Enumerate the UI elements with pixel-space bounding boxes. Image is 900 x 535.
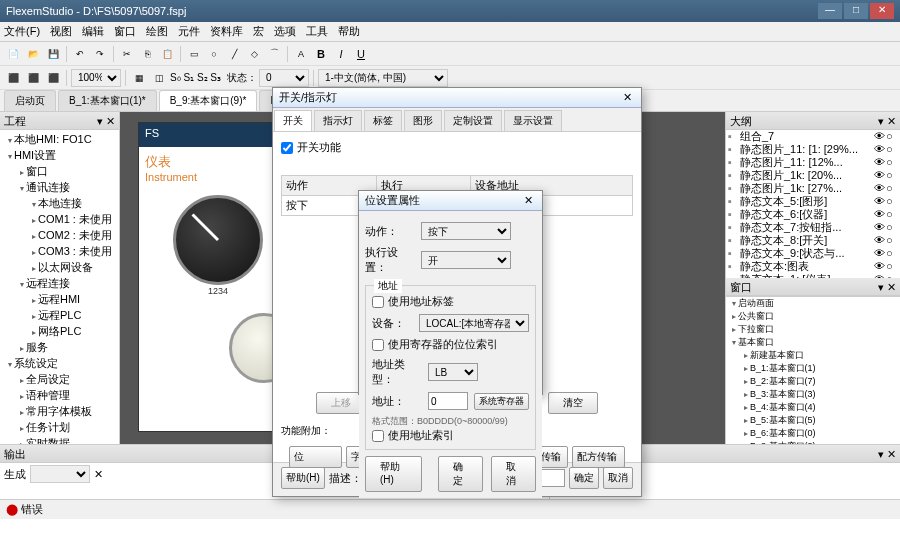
window-tree-item[interactable]: B_8:基本窗口(8) bbox=[726, 440, 900, 445]
clear-button[interactable]: 清空 bbox=[548, 392, 598, 414]
enable-switch-checkbox[interactable]: 开关功能 bbox=[281, 140, 633, 155]
dlg1-help-button[interactable]: 帮助(H) bbox=[281, 467, 325, 489]
outline-row[interactable]: ▪组合_7👁○ bbox=[726, 130, 900, 143]
minimize-button[interactable]: — bbox=[818, 3, 842, 19]
outline-row[interactable]: ▪静态文本_5:[图形]👁○ bbox=[726, 195, 900, 208]
tree-item[interactable]: COM1 : 未使用 bbox=[2, 212, 117, 228]
undo-icon[interactable]: ↶ bbox=[71, 45, 89, 63]
text-icon[interactable]: A bbox=[292, 45, 310, 63]
shape-arc-icon[interactable]: ⌒ bbox=[265, 45, 283, 63]
fn-recipe-button[interactable]: 配方传输 bbox=[572, 446, 625, 468]
menu-draw[interactable]: 绘图 bbox=[146, 24, 168, 39]
tree-item[interactable]: 语种管理 bbox=[2, 388, 117, 404]
generate-select[interactable] bbox=[30, 465, 90, 483]
panel-pin-icon[interactable]: ▾ ✕ bbox=[97, 112, 115, 129]
tree-item[interactable]: HMI设置 bbox=[2, 148, 117, 164]
tree-item[interactable]: 窗口 bbox=[2, 164, 117, 180]
grid-icon[interactable]: ▦ bbox=[130, 69, 148, 87]
dlg2-ok-button[interactable]: 确定 bbox=[438, 456, 483, 492]
tree-item[interactable]: 全局设定 bbox=[2, 372, 117, 388]
addr-type-select[interactable]: LB bbox=[428, 363, 478, 381]
italic-icon[interactable]: I bbox=[332, 45, 350, 63]
menu-view[interactable]: 视图 bbox=[50, 24, 72, 39]
tab-b9[interactable]: B_9:基本窗口(9)* bbox=[159, 90, 258, 111]
outline-row[interactable]: ▪静态文本_6:[仪器]👁○ bbox=[726, 208, 900, 221]
outline-row[interactable]: ▪静态图片_11: [1: [29%...👁○ bbox=[726, 143, 900, 156]
outline-row[interactable]: ▪静态图片_1k: [20%...👁○ bbox=[726, 169, 900, 182]
tree-item[interactable]: 任务计划 bbox=[2, 420, 117, 436]
tree-root[interactable]: 本地HMI: FO1C bbox=[2, 132, 117, 148]
gauge-widget[interactable]: 1234 bbox=[173, 195, 263, 285]
redo-icon[interactable]: ↷ bbox=[91, 45, 109, 63]
shape-circle-icon[interactable]: ○ bbox=[205, 45, 223, 63]
tree-item[interactable]: 通讯连接 bbox=[2, 180, 117, 196]
align-center-icon[interactable]: ⬛ bbox=[24, 69, 42, 87]
tree-item[interactable]: 常用字体模板 bbox=[2, 404, 117, 420]
address-input[interactable] bbox=[428, 392, 468, 410]
use-addr-index-checkbox[interactable]: 使用地址索引 bbox=[372, 428, 529, 443]
outline-close-icon[interactable]: ▾ ✕ bbox=[878, 112, 896, 129]
dlg1-tab-switch[interactable]: 开关 bbox=[274, 110, 312, 131]
tree-item[interactable]: 系统设定 bbox=[2, 356, 117, 372]
paste-icon[interactable]: 📋 bbox=[158, 45, 176, 63]
window-panel-close-icon[interactable]: ▾ ✕ bbox=[878, 278, 896, 295]
window-tree-item[interactable]: 基本窗口 bbox=[726, 336, 900, 349]
shape-rect-icon[interactable]: ▭ bbox=[185, 45, 203, 63]
dlg1-tab-label[interactable]: 标签 bbox=[364, 110, 402, 131]
tree-item[interactable]: 远程PLC bbox=[2, 308, 117, 324]
menu-window[interactable]: 窗口 bbox=[114, 24, 136, 39]
menu-tools[interactable]: 工具 bbox=[306, 24, 328, 39]
menu-library[interactable]: 资料库 bbox=[210, 24, 243, 39]
shape-line-icon[interactable]: ╱ bbox=[225, 45, 243, 63]
bit-dialog-close-icon[interactable]: ✕ bbox=[520, 194, 536, 207]
new-icon[interactable]: 📄 bbox=[4, 45, 22, 63]
action-select[interactable]: 按下 bbox=[421, 222, 511, 240]
switch-dialog-close-icon[interactable]: ✕ bbox=[619, 91, 635, 104]
menu-edit[interactable]: 编辑 bbox=[82, 24, 104, 39]
status-error-icon[interactable]: ⬤ bbox=[6, 503, 18, 516]
open-icon[interactable]: 📂 bbox=[24, 45, 42, 63]
window-tree[interactable]: 启动画面公共窗口下拉窗口基本窗口新建基本窗口B_1:基本窗口(1)B_2:基本窗… bbox=[726, 296, 900, 445]
window-tree-item[interactable]: B_2:基本窗口(7) bbox=[726, 375, 900, 388]
dlg1-tab-custom[interactable]: 定制设置 bbox=[444, 110, 502, 131]
dlg1-tab-indicator[interactable]: 指示灯 bbox=[314, 110, 362, 131]
menu-options[interactable]: 选项 bbox=[274, 24, 296, 39]
align-left-icon[interactable]: ⬛ bbox=[4, 69, 22, 87]
use-tag-checkbox[interactable]: 使用地址标签 bbox=[372, 294, 529, 309]
device-select[interactable]: LOCAL:[本地寄存器] bbox=[419, 314, 529, 332]
window-tree-item[interactable]: B_3:基本窗口(3) bbox=[726, 388, 900, 401]
tree-item[interactable]: 网络PLC bbox=[2, 324, 117, 340]
tab-start[interactable]: 启动页 bbox=[4, 90, 56, 111]
dlg2-cancel-button[interactable]: 取消 bbox=[491, 456, 536, 492]
dlg1-tab-display[interactable]: 显示设置 bbox=[504, 110, 562, 131]
outline-list[interactable]: ▪组合_7👁○▪静态图片_11: [1: [29%...👁○▪静态图片_11: … bbox=[726, 130, 900, 278]
tree-item[interactable]: 远程连接 bbox=[2, 276, 117, 292]
dlg1-tab-graphic[interactable]: 图形 bbox=[404, 110, 442, 131]
cut-icon[interactable]: ✂ bbox=[118, 45, 136, 63]
outline-row[interactable]: ▪静态文本_8:[开关]👁○ bbox=[726, 234, 900, 247]
zoom-select[interactable]: 100% bbox=[71, 69, 121, 87]
window-tree-item[interactable]: 公共窗口 bbox=[726, 310, 900, 323]
outline-row[interactable]: ▪静态文本:图表👁○ bbox=[726, 260, 900, 273]
window-tree-item[interactable]: B_5:基本窗口(5) bbox=[726, 414, 900, 427]
tree-item[interactable]: 以太网设备 bbox=[2, 260, 117, 276]
shape-poly-icon[interactable]: ◇ bbox=[245, 45, 263, 63]
copy-icon[interactable]: ⎘ bbox=[138, 45, 156, 63]
tree-item[interactable]: COM3 : 未使用 bbox=[2, 244, 117, 260]
underline-icon[interactable]: U bbox=[352, 45, 370, 63]
outline-row[interactable]: ▪静态文本_7:按钮指...👁○ bbox=[726, 221, 900, 234]
language-select[interactable]: 1-中文(简体, 中国) bbox=[318, 69, 448, 87]
outline-row[interactable]: ▪静态图片_1k: [27%...👁○ bbox=[726, 182, 900, 195]
tree-item[interactable]: 实时数据 bbox=[2, 436, 117, 444]
align-right-icon[interactable]: ⬛ bbox=[44, 69, 62, 87]
menu-macro[interactable]: 宏 bbox=[253, 24, 264, 39]
window-tree-item[interactable]: B_1:基本窗口(1) bbox=[726, 362, 900, 375]
fn-bit-button[interactable]: 位 bbox=[289, 446, 342, 468]
dlg1-ok-button[interactable]: 确定 bbox=[569, 467, 599, 489]
tree-item[interactable]: COM2 : 未使用 bbox=[2, 228, 117, 244]
state-select[interactable]: 0 bbox=[259, 69, 309, 87]
dlg2-help-button[interactable]: 帮助 (H) bbox=[365, 456, 422, 492]
close-button[interactable]: ✕ bbox=[870, 3, 894, 19]
sys-register-button[interactable]: 系统寄存器 bbox=[474, 393, 529, 410]
maximize-button[interactable]: □ bbox=[844, 3, 868, 19]
